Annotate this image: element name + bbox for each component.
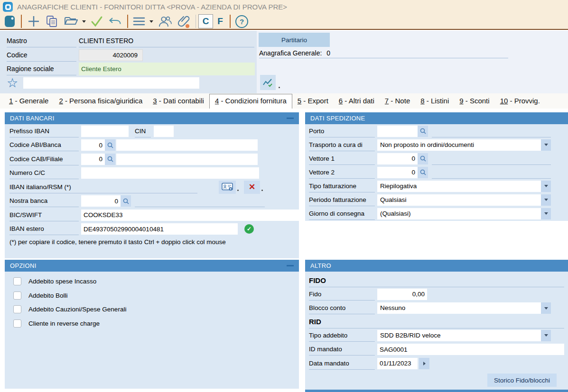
periodo-fatturazione-value: Qualsiasi bbox=[377, 194, 541, 206]
id-mandato-label: ID mandato bbox=[309, 343, 375, 356]
delete-options-dot[interactable] bbox=[261, 190, 263, 191]
tab-provvigioni[interactable]: 10 - Provvig. bbox=[495, 94, 545, 109]
tab-listini[interactable]: 8 - Listini bbox=[415, 94, 454, 109]
porto-input[interactable] bbox=[377, 126, 418, 137]
search-icon[interactable] bbox=[418, 167, 428, 178]
nostra-banca-input[interactable] bbox=[81, 195, 121, 207]
panel-dati-bancari-header: DATI BANCARI bbox=[5, 112, 299, 124]
panel-altro-title: ALTRO bbox=[310, 262, 331, 269]
vettore2-input[interactable] bbox=[377, 167, 418, 178]
search-icon[interactable] bbox=[418, 153, 428, 164]
chart-icon[interactable] bbox=[260, 75, 276, 90]
search-icon[interactable] bbox=[105, 154, 115, 165]
anagrafica-generale-label: Anagrafica Generale: bbox=[259, 49, 322, 57]
abi-desc-input[interactable] bbox=[116, 139, 258, 151]
codice-cab-input[interactable] bbox=[81, 154, 105, 165]
chevron-down-icon[interactable] bbox=[541, 330, 551, 341]
vettore2-line bbox=[432, 166, 551, 179]
chevron-down-icon[interactable] bbox=[541, 302, 551, 314]
favorite-star-icon[interactable]: ☆ bbox=[7, 76, 21, 90]
copy-icon[interactable] bbox=[46, 14, 59, 28]
nostra-banca-label: Nostra banca bbox=[9, 195, 79, 207]
vettore1-line bbox=[432, 153, 551, 165]
checkbox-reverse-charge[interactable] bbox=[13, 319, 21, 328]
storico-fido-button[interactable]: Storico Fido/blocchi bbox=[487, 374, 557, 387]
tipo-addebito-dropdown[interactable]: SDD B2B/RID veloce bbox=[377, 330, 551, 341]
search-icon[interactable] bbox=[418, 126, 428, 137]
panel-dati-bancari-title: DATI BANCARI bbox=[10, 115, 55, 122]
undo-icon[interactable] bbox=[108, 14, 122, 28]
chevron-down-icon[interactable] bbox=[541, 181, 551, 192]
menu-icon[interactable] bbox=[133, 14, 145, 28]
tab-sconti[interactable]: 9 - Sconti bbox=[454, 94, 494, 109]
help-icon[interactable]: ? bbox=[235, 14, 248, 28]
app-logo-icon bbox=[3, 2, 13, 12]
codice-abi-input[interactable] bbox=[81, 139, 105, 151]
ragione-sociale-value[interactable]: Cliente Estero bbox=[79, 63, 255, 75]
menu-options-caret-icon[interactable] bbox=[149, 20, 153, 23]
delete-x-icon[interactable]: ✕ bbox=[244, 181, 260, 194]
trasporto-label: Trasporto a cura di bbox=[309, 139, 375, 151]
mastro-value[interactable]: CLIENTI ESTERO bbox=[79, 35, 254, 47]
chevron-down-icon[interactable] bbox=[541, 194, 551, 206]
blocco-conto-label: Blocco conto bbox=[309, 302, 375, 314]
periodo-fatturazione-dropdown[interactable]: Qualsiasi bbox=[377, 194, 551, 206]
tab-generale[interactable]: 1 - Generale bbox=[4, 94, 54, 109]
iban-estero-input[interactable] bbox=[81, 223, 238, 235]
fido-input[interactable] bbox=[377, 289, 427, 300]
chart-options-dot[interactable] bbox=[279, 87, 280, 88]
numero-cc-input[interactable] bbox=[81, 167, 259, 179]
chevron-down-icon[interactable] bbox=[541, 208, 551, 219]
chevron-down-icon[interactable] bbox=[541, 139, 551, 151]
mastro-label: Mastro bbox=[7, 35, 76, 47]
prefisso-iban-input[interactable] bbox=[81, 126, 129, 137]
attachments-icon[interactable] bbox=[177, 14, 191, 28]
search-icon[interactable] bbox=[105, 139, 115, 151]
blocco-conto-dropdown[interactable]: Nessuno bbox=[377, 302, 551, 314]
search-icon[interactable] bbox=[121, 195, 131, 207]
new-record-icon[interactable] bbox=[27, 14, 41, 28]
trasporto-dropdown[interactable]: Non proposto in ordini/documenti bbox=[377, 139, 551, 151]
cin-input[interactable] bbox=[154, 126, 174, 137]
giorno-consegna-dropdown[interactable]: (Qualsiasi) bbox=[377, 208, 551, 219]
collapse-minus-icon[interactable] bbox=[287, 265, 294, 266]
panel-dati-spedizione-header: DATI SPEDIZIONE bbox=[305, 112, 568, 124]
favorite-input[interactable] bbox=[23, 77, 199, 89]
open-folder-icon[interactable] bbox=[64, 14, 78, 28]
partitario-button[interactable]: Partitario bbox=[259, 33, 330, 47]
clienti-toggle-button[interactable]: C bbox=[198, 14, 213, 28]
exit-icon[interactable] bbox=[4, 14, 16, 28]
tab-altri-dati[interactable]: 6 - Altri dati bbox=[334, 94, 380, 109]
iban-italiano-label: IBAN italiano/RSM (*) bbox=[9, 181, 81, 193]
panel-opzioni-title: OPZIONI bbox=[10, 262, 37, 269]
id-card-options-dot[interactable] bbox=[237, 190, 239, 191]
porto-label: Porto bbox=[309, 125, 375, 137]
record-header: Mastro CLIENTI ESTERO Codice 4020009 Rag… bbox=[0, 31, 568, 93]
tipo-fatturazione-dropdown[interactable]: Riepilogativa bbox=[377, 181, 551, 192]
tab-condizioni-fornitura[interactable]: 4 - Condizioni fornitura bbox=[209, 94, 292, 109]
codice-cab-label: Codice CAB/Filiale bbox=[9, 153, 79, 165]
contacts-icon[interactable] bbox=[158, 14, 173, 28]
data-mandato-input[interactable] bbox=[377, 358, 418, 369]
tab-export[interactable]: 5 - Export bbox=[292, 94, 334, 109]
id-card-add-icon[interactable] bbox=[219, 181, 236, 194]
bic-swift-input[interactable] bbox=[81, 210, 301, 221]
checkbox-addebito-spese-incasso[interactable] bbox=[13, 277, 21, 285]
confirm-check-icon[interactable] bbox=[90, 14, 103, 28]
vettore1-input[interactable] bbox=[377, 153, 418, 164]
open-options-caret-icon[interactable] bbox=[82, 20, 86, 23]
checkbox-addebito-bolli[interactable] bbox=[13, 292, 21, 300]
tab-persona-fisica-giuridica[interactable]: 2 - Persona fisica/giuridica bbox=[54, 94, 148, 109]
tab-dati-contabili[interactable]: 3 - Dati contabili bbox=[148, 94, 209, 109]
fornitori-toggle-button[interactable]: F bbox=[213, 16, 227, 27]
cab-desc-input[interactable] bbox=[116, 154, 258, 165]
panel-dati-bancari: DATI BANCARI Prefisso IBAN CIN Codice AB… bbox=[5, 112, 299, 258]
date-picker-arrow-icon[interactable] bbox=[419, 358, 429, 369]
collapse-minus-icon[interactable] bbox=[287, 118, 294, 119]
tab-note[interactable]: 7 - Note bbox=[380, 94, 415, 109]
panel-opzioni: OPZIONI Addebito spese Incasso Addebito … bbox=[5, 260, 299, 389]
checkbox-addebito-cauzioni[interactable] bbox=[13, 305, 21, 313]
id-mandato-input[interactable] bbox=[377, 344, 564, 355]
valid-check-icon: ✓ bbox=[244, 224, 254, 234]
check-glyph: ✓ bbox=[247, 226, 251, 232]
